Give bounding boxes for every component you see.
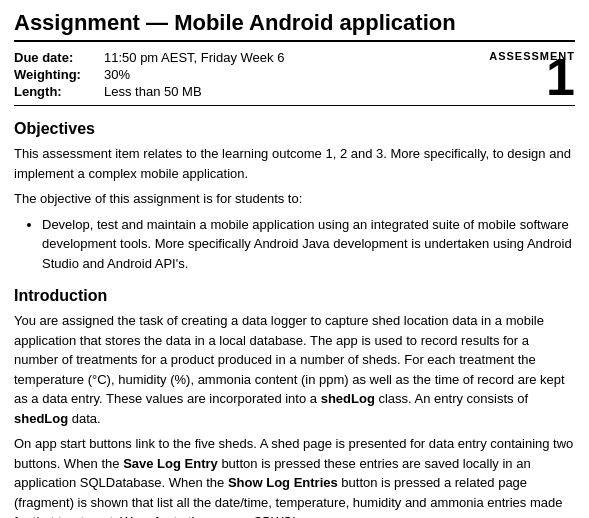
introduction-para2: On app start buttons link to the five sh… xyxy=(14,434,575,518)
assessment-number: 1 xyxy=(546,51,575,105)
objectives-bullet-list: Develop, test and maintain a mobile appl… xyxy=(42,215,575,274)
objectives-para1: This assessment item relates to the lear… xyxy=(14,144,575,183)
objectives-heading: Objectives xyxy=(14,120,575,138)
weighting-value: 30% xyxy=(104,67,575,82)
weighting-row: Weighting: 30% xyxy=(14,67,575,82)
length-row: Length: Less than 50 MB xyxy=(14,84,575,99)
length-value: Less than 50 MB xyxy=(104,84,575,99)
introduction-section: Introduction You are assigned the task o… xyxy=(14,287,575,518)
introduction-para1: You are assigned the task of creating a … xyxy=(14,311,575,428)
length-label: Length: xyxy=(14,84,104,99)
page-title: Assignment — Mobile Android application xyxy=(14,10,575,42)
due-date-label: Due date: xyxy=(14,50,104,65)
weighting-label: Weighting: xyxy=(14,67,104,82)
objectives-section: Objectives This assessment item relates … xyxy=(14,120,575,273)
introduction-heading: Introduction xyxy=(14,287,575,305)
objectives-para2: The objective of this assignment is for … xyxy=(14,189,575,209)
list-item: Develop, test and maintain a mobile appl… xyxy=(42,215,575,274)
metadata-section: Due date: 11:50 pm AEST, Friday Week 6 W… xyxy=(14,50,575,106)
